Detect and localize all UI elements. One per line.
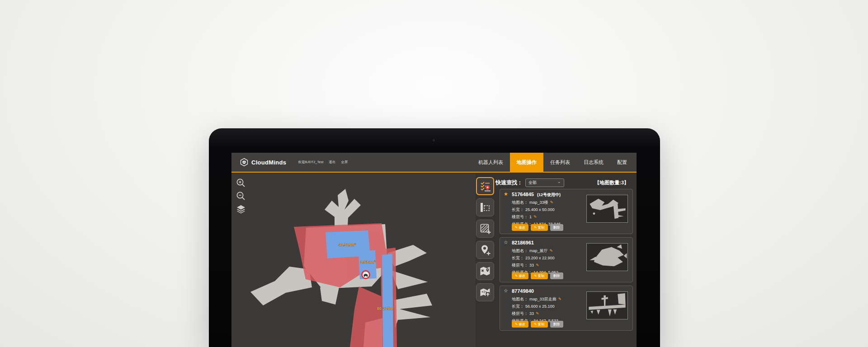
zone-area-label: 8.614m²	[360, 260, 376, 264]
field-label: 楼层号：	[512, 214, 528, 220]
fullscreen-link[interactable]: 全屏	[341, 160, 348, 164]
map-floor-value: 33	[529, 311, 534, 316]
tool-measure-area[interactable]	[476, 198, 494, 216]
no-entry-badge[interactable]	[362, 271, 370, 279]
edit-pencil-icon: ✎	[515, 274, 518, 278]
edit-pencil-icon[interactable]: ✎	[536, 311, 539, 316]
poi-task-list-icon	[479, 180, 491, 192]
zone-area-label: 80.215m²	[377, 306, 395, 311]
field-label: 地图名：	[512, 296, 528, 302]
map-card-fields: 地图名：map_展厅✎ 长宽：23.200 x 22.900 楼层号：33✎ 坐…	[512, 247, 558, 276]
edit-pencil-icon[interactable]: ✎	[533, 215, 537, 219]
map-canvas[interactable]: 40.519m² 8.614m² 80.215m²	[231, 174, 476, 347]
brand-name: CloudMinds	[251, 159, 286, 166]
quick-find-select[interactable]: 全部 ⌄	[525, 178, 564, 187]
copy-map-button[interactable]: ✎复制	[531, 321, 547, 328]
map-thumbnail[interactable]	[586, 243, 628, 271]
map-name-value: map_展厅	[529, 248, 548, 254]
map-list-panel: 快速查找： 全部 ⌄ 【地图数量:3】 ★ 51764845 (12号使用中) …	[495, 178, 634, 334]
tool-add-region[interactable]	[476, 220, 494, 238]
zoom-in-button[interactable]	[236, 178, 246, 188]
tool-map-annotate[interactable]	[476, 262, 494, 280]
nav-log-system[interactable]: 日志系统	[577, 153, 610, 172]
edit-pencil-icon: ✎	[515, 322, 518, 326]
map-name-value: map_33层走廊	[529, 296, 557, 302]
field-label: 长宽：	[512, 304, 524, 309]
nav-config[interactable]: 配置	[610, 153, 634, 172]
nav-robot-list[interactable]: 机器人列表	[472, 153, 510, 172]
map-floor-value: 33	[529, 263, 534, 267]
edit-pencil-icon[interactable]: ✎	[536, 263, 539, 267]
cloudminds-logo-icon	[240, 158, 249, 167]
chevron-down-icon: ⌄	[557, 180, 561, 183]
map-card-fields: 地图名：map_33层走廊✎ 长宽：56.600 x 25.100 楼层号：33…	[512, 295, 561, 324]
edit-pencil-icon[interactable]: ✎	[550, 249, 553, 253]
quick-find-selected: 全部	[528, 180, 557, 186]
webcam-dot	[433, 139, 435, 141]
logout-link[interactable]: 退出	[329, 160, 335, 164]
edit-pencil-icon: ✎	[534, 225, 537, 230]
edit-map-button[interactable]: ✎修改	[512, 321, 528, 328]
map-card[interactable]: ☆ 87749840 地图名：map_33层走廊✎ 长宽：56.600 x 25…	[500, 286, 633, 331]
map-card-buttons: ✎修改 ✎复制 删除	[512, 321, 563, 328]
delete-map-button[interactable]: 删除	[550, 321, 563, 328]
measure-area-icon	[479, 202, 491, 213]
map-upload-icon	[479, 286, 491, 298]
tool-add-poi[interactable]	[476, 241, 494, 259]
tool-map-upload[interactable]	[476, 283, 494, 301]
field-label: 楼层号：	[512, 263, 528, 268]
delete-map-button[interactable]: 删除	[550, 272, 563, 279]
zone-area-label: 40.519m²	[339, 243, 356, 247]
layers-button[interactable]	[236, 204, 246, 215]
copy-map-button[interactable]: ✎复制	[531, 272, 547, 279]
edit-pencil-icon: ✎	[515, 225, 518, 230]
map-floor-value: 1	[529, 215, 532, 219]
edit-pencil-icon: ✎	[534, 322, 537, 326]
map-id: 87749840	[512, 288, 534, 294]
quick-find-label: 快速查找：	[495, 179, 523, 187]
quick-find-row: 快速查找： 全部 ⌄ 【地图数量:3】	[495, 178, 634, 187]
delete-map-button[interactable]: 删除	[550, 224, 563, 231]
edit-map-button[interactable]: ✎修改	[512, 224, 528, 231]
edit-pencil-icon[interactable]: ✎	[558, 297, 562, 301]
map-count-badge: 【地图数量:3】	[594, 179, 629, 186]
map-in-use-suffix: (12号使用中)	[537, 192, 561, 197]
map-card-title: 51764845 (12号使用中)	[512, 192, 561, 198]
map-id: 51764845	[512, 192, 534, 197]
laptop-frame: CloudMinds 欢迎BJDT2_Test 退出 全屏 机器人列表 地图操作…	[209, 128, 660, 347]
edit-pencil-icon[interactable]: ✎	[550, 200, 554, 205]
zoom-out-button[interactable]	[236, 191, 246, 202]
map-card[interactable]: ★ 51764845 (12号使用中) 地图名：map_33楼✎ 长宽：25.4…	[500, 189, 633, 234]
map-card-fields: 地图名：map_33楼✎ 长宽：25.400 x 50.000 楼层号：1✎ 坐…	[512, 199, 561, 228]
nav-task-list[interactable]: 任务列表	[543, 153, 577, 172]
map-controls	[236, 178, 246, 215]
add-region-icon	[479, 223, 491, 234]
favorite-star-icon[interactable]: ★	[504, 191, 508, 197]
nav-map-operation[interactable]: 地图操作	[510, 153, 543, 172]
map-card-title: 87749840	[512, 288, 536, 294]
map-card-buttons: ✎修改 ✎复制 删除	[512, 272, 563, 279]
copy-map-button[interactable]: ✎复制	[531, 224, 547, 231]
welcome-text: 欢迎BJDT2_Test	[298, 160, 323, 164]
field-label: 长宽：	[512, 255, 524, 261]
map-card[interactable]: ☆ 82186961 地图名：map_展厅✎ 长宽：23.200 x 22.90…	[500, 237, 633, 282]
field-label: 地图名：	[512, 200, 528, 206]
app-screen: CloudMinds 欢迎BJDT2_Test 退出 全屏 机器人列表 地图操作…	[231, 153, 637, 347]
favorite-star-icon[interactable]: ☆	[504, 239, 508, 245]
tool-poi-task-list[interactable]	[476, 177, 494, 195]
map-annotate-icon	[479, 265, 491, 277]
map-size-value: 56.600 x 25.100	[525, 304, 555, 309]
map-thumbnail[interactable]	[586, 291, 628, 319]
map-thumbnail[interactable]	[586, 195, 628, 223]
map-name-value: map_33楼	[529, 200, 548, 206]
occupancy-map[interactable]: 40.519m² 8.614m² 80.215m²	[231, 174, 476, 347]
nav-spacer	[348, 153, 472, 172]
favorite-star-icon[interactable]: ☆	[504, 288, 508, 294]
map-card-buttons: ✎修改 ✎复制 删除	[512, 224, 563, 231]
map-size-value: 23.200 x 22.900	[525, 256, 555, 260]
map-card-list: ★ 51764845 (12号使用中) 地图名：map_33楼✎ 长宽：25.4…	[500, 189, 634, 331]
edit-pencil-icon: ✎	[534, 274, 537, 278]
edit-map-button[interactable]: ✎修改	[512, 272, 528, 279]
field-label: 楼层号：	[512, 311, 528, 317]
map-card-title: 82186961	[512, 240, 536, 245]
